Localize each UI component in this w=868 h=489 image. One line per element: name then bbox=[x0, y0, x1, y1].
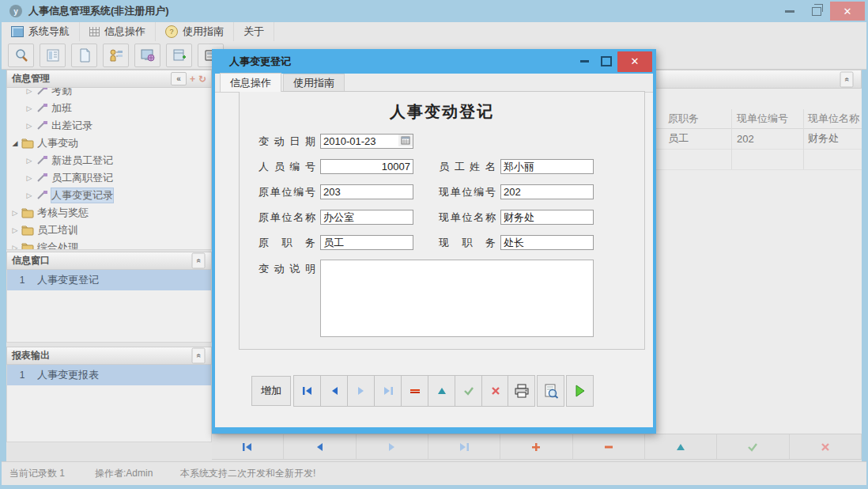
old-unit-no-label: 原单位编号 bbox=[259, 185, 315, 199]
new-unit-name-input[interactable] bbox=[500, 210, 594, 225]
db-navigator bbox=[212, 434, 862, 460]
monitor-button[interactable] bbox=[134, 44, 160, 67]
print-button[interactable] bbox=[508, 375, 535, 407]
tree-item-business-trip[interactable]: ▷ 出差记录 bbox=[7, 117, 211, 135]
nav-prior-button[interactable] bbox=[284, 434, 356, 459]
post-button[interactable] bbox=[455, 375, 482, 407]
plus-icon bbox=[531, 442, 541, 452]
expand-arrow-icon[interactable]: ▷ bbox=[10, 244, 20, 250]
status-note: 本系统支持二次开发和全新开发! bbox=[172, 467, 323, 480]
minimize-button[interactable] bbox=[776, 2, 803, 20]
dialog-tabs: 信息操作 使用指南 bbox=[215, 74, 653, 93]
expand-arrow-icon[interactable]: ▷ bbox=[10, 226, 20, 234]
expand-arrow-icon[interactable]: ▷ bbox=[25, 191, 34, 199]
expand-arrow-icon[interactable]: ▷ bbox=[25, 174, 34, 182]
old-title-input[interactable] bbox=[320, 235, 413, 250]
plus-icon[interactable]: + bbox=[190, 74, 195, 85]
menu-guide[interactable]: ? 使用指南 bbox=[156, 22, 234, 41]
windows-panel-title: 信息窗口 bbox=[12, 254, 50, 267]
column-header[interactable]: 原职务 bbox=[668, 109, 731, 128]
nav-last-button[interactable] bbox=[428, 434, 500, 459]
edit-button[interactable] bbox=[428, 375, 455, 407]
nav-first-button[interactable] bbox=[212, 434, 284, 459]
note-textarea[interactable] bbox=[320, 260, 594, 337]
column-header[interactable]: 现单位编号 bbox=[737, 109, 803, 128]
triangle-up-icon bbox=[676, 443, 685, 451]
emp-no-input[interactable] bbox=[320, 159, 413, 174]
tree-item-change-record[interactable]: ▷ 人事变更记录 bbox=[7, 187, 211, 204]
close-button[interactable]: ✕ bbox=[830, 2, 865, 21]
tree-item-comprehensive[interactable]: ▷ 综合处理 bbox=[7, 239, 211, 250]
sidebar: 信息管理 « + ↻ ▷ 考勤 ▷ 加班 ▷ bbox=[6, 70, 212, 250]
folder-icon bbox=[21, 225, 34, 236]
hr-chart-button[interactable] bbox=[103, 44, 129, 67]
preview-button[interactable] bbox=[537, 375, 564, 407]
tree-item-overtime[interactable]: ▷ 加班 bbox=[7, 100, 211, 117]
collapse-up-icon[interactable]: « bbox=[192, 253, 206, 269]
tree-item-assessment[interactable]: ▷ 考核与奖惩 bbox=[7, 204, 211, 222]
title-bar: y 人事信息管理系统(非注册用户) ✕ bbox=[0, 0, 868, 22]
tab-guide[interactable]: 使用指南 bbox=[283, 74, 345, 92]
collapse-left-icon[interactable]: « bbox=[171, 72, 187, 85]
menu-info-ops[interactable]: 信息操作 bbox=[80, 22, 156, 41]
tree-item-personnel-change[interactable]: ◢ 人事变动 bbox=[7, 135, 211, 152]
collapse-up-icon[interactable]: « bbox=[192, 348, 206, 364]
wand-icon bbox=[36, 120, 48, 131]
cancel-button[interactable] bbox=[481, 375, 509, 407]
emp-name-input[interactable] bbox=[500, 159, 594, 174]
menu-system-nav[interactable]: 系统导航 bbox=[2, 22, 80, 41]
expand-arrow-icon[interactable]: ▷ bbox=[25, 88, 34, 95]
new-title-input[interactable] bbox=[500, 235, 594, 250]
dialog-minimize-button[interactable] bbox=[573, 49, 595, 74]
database-add-button[interactable] bbox=[166, 44, 192, 67]
form-view-button[interactable] bbox=[40, 44, 66, 67]
expand-arrow-icon[interactable]: ▷ bbox=[10, 209, 20, 217]
report-output-panel: 报表输出 « 1 人事变更报表 bbox=[6, 347, 212, 442]
column-header[interactable]: 现单位名称 bbox=[808, 109, 868, 128]
tree-item-new-employee[interactable]: ▷ 新进员工登记 bbox=[7, 152, 211, 169]
document-button[interactable] bbox=[71, 44, 97, 67]
tree-item-resignation[interactable]: ▷ 员工离职登记 bbox=[7, 169, 211, 187]
add-button[interactable]: 增加 bbox=[251, 376, 291, 406]
nav-next-button[interactable] bbox=[357, 434, 428, 459]
app-window: y 人事信息管理系统(非注册用户) ✕ 系统导航 信息操作 ? 使用指南 关于 bbox=[0, 0, 868, 489]
nav-cancel-button[interactable] bbox=[790, 434, 862, 459]
folder-icon bbox=[21, 242, 34, 250]
dialog-close-button[interactable]: ✕ bbox=[617, 51, 652, 72]
calendar-dropdown-button[interactable] bbox=[398, 135, 413, 146]
expand-arrow-icon[interactable]: ▷ bbox=[25, 104, 34, 112]
dialog-maximize-button[interactable] bbox=[595, 49, 617, 74]
expand-arrow-icon[interactable]: ▷ bbox=[25, 157, 34, 165]
close-icon: ✕ bbox=[843, 6, 852, 17]
last-button[interactable] bbox=[374, 375, 402, 407]
tree-item-attendance[interactable]: ▷ 考勤 bbox=[7, 88, 211, 100]
nav-insert-button[interactable] bbox=[500, 434, 572, 459]
refresh-icon[interactable]: ↻ bbox=[198, 74, 206, 85]
restore-button[interactable] bbox=[803, 2, 830, 20]
search-button[interactable] bbox=[8, 44, 34, 67]
menu-about[interactable]: 关于 bbox=[234, 22, 274, 41]
list-item-change-report[interactable]: 1 人事变更报表 bbox=[7, 365, 211, 385]
tab-info-ops[interactable]: 信息操作 bbox=[220, 73, 281, 92]
first-button[interactable] bbox=[293, 375, 321, 407]
collapse-up-icon[interactable]: « bbox=[840, 71, 854, 87]
expand-arrow-icon[interactable]: ▷ bbox=[25, 122, 34, 130]
delete-button[interactable] bbox=[401, 375, 428, 407]
wand-icon bbox=[36, 190, 48, 201]
wand-icon bbox=[36, 155, 48, 166]
old-unit-name-input[interactable] bbox=[320, 210, 413, 225]
nav-delete-button[interactable] bbox=[573, 434, 645, 459]
new-unit-no-input[interactable] bbox=[500, 184, 594, 199]
new-title-label: 现 职 务 bbox=[439, 236, 496, 250]
tree-item-training[interactable]: ▷ 员工培训 bbox=[7, 222, 211, 239]
nav-edit-button[interactable] bbox=[645, 434, 717, 459]
prior-button[interactable] bbox=[320, 375, 348, 407]
nav-post-button[interactable] bbox=[717, 434, 789, 459]
old-unit-no-input[interactable] bbox=[320, 184, 413, 199]
last-record-icon bbox=[383, 386, 394, 396]
collapse-arrow-icon[interactable]: ◢ bbox=[10, 139, 20, 147]
next-button[interactable] bbox=[347, 375, 375, 407]
execute-button[interactable] bbox=[566, 375, 594, 407]
list-item-change-register[interactable]: 1 人事变更登记 bbox=[7, 270, 211, 290]
last-record-icon bbox=[459, 442, 470, 452]
